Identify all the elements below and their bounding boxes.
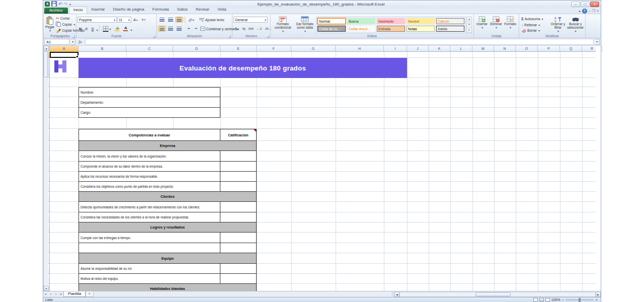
gallery-down-icon[interactable]: ▼ (467, 22, 471, 27)
item-row[interactable]: Detecta oportunidades de crecimiento a p… (78, 202, 220, 212)
horizontal-scroll-thumb[interactable] (475, 292, 511, 296)
font-color-dropdown-icon[interactable] (130, 24, 132, 33)
format-cells-button[interactable]: Formato (503, 15, 517, 33)
item-row[interactable]: Considera los objetivos como punto de pa… (78, 182, 220, 192)
column-header-j[interactable]: J (407, 46, 429, 52)
orientation-button[interactable]: ab (187, 17, 196, 23)
ribbon-tab-inicio[interactable]: Inicio (69, 7, 88, 14)
vertical-scrollbar[interactable]: ▲ ▼ (43, 46, 48, 291)
first-sheet-icon[interactable]: « (43, 291, 48, 297)
item-score-cell[interactable] (220, 172, 257, 182)
item-row[interactable]: Conoce la misión, la visión y los valore… (78, 151, 220, 162)
zoom-level[interactable]: 100% (551, 298, 560, 301)
clear-button[interactable]: Borrar (520, 28, 549, 33)
undo-button[interactable]: ↶ (58, 2, 62, 7)
column-header-q[interactable]: Q (560, 46, 582, 52)
column-header-o[interactable]: O (516, 46, 538, 52)
redo-button[interactable]: ↷ (64, 2, 68, 7)
minimize-button[interactable]: – (571, 2, 580, 7)
conditional-formatting-button[interactable]: Formato condicional (272, 15, 294, 33)
item-score-cell[interactable] (220, 233, 257, 243)
sort-filter-button[interactable]: AZ Ordenar y filtrar (549, 15, 567, 33)
font-family-combo[interactable]: Poppins (77, 17, 117, 23)
cell-style-notas[interactable]: Notas (406, 25, 435, 32)
gallery-up-icon[interactable]: ▲ (467, 17, 471, 22)
ribbon-tab-f-rmulas[interactable]: Fórmulas (148, 7, 173, 14)
section-row-habilidades-blandas[interactable]: Habilidades blandas (78, 284, 257, 291)
cell-style-celda-vincul[interactable]: Celda vincul... (347, 25, 376, 32)
dialog-launcher-icon[interactable] (72, 35, 75, 38)
comma-style-button[interactable]: 000 (247, 26, 255, 32)
normal-view-icon[interactable] (533, 298, 538, 301)
cell-style-buena[interactable]: Buena (347, 18, 376, 25)
dialog-launcher-icon[interactable] (267, 35, 269, 38)
cell-style-entrada[interactable]: Entrada (376, 25, 406, 32)
maximize-button[interactable]: □ (581, 2, 590, 7)
table-header-calificacion[interactable]: Calificación (220, 129, 257, 141)
banner-title[interactable]: Evaluación de desempeño 180 grados (78, 58, 407, 78)
ribbon-tab-revisar[interactable]: Revisar (192, 7, 213, 14)
name-box-dropdown-icon[interactable]: ▾ (70, 39, 75, 45)
zoom-slider-thumb[interactable] (579, 298, 581, 302)
column-header-m[interactable]: M (472, 46, 494, 52)
grow-font-button[interactable]: A▲ (132, 17, 139, 23)
item-score-cell[interactable] (220, 212, 257, 222)
bold-button[interactable]: N (77, 26, 83, 32)
ribbon-tab-vista[interactable]: Vista (213, 7, 230, 14)
zoom-out-icon[interactable]: − (562, 298, 565, 302)
fill-button[interactable]: ↓Rellenar (520, 22, 549, 28)
table-header-competencias[interactable]: Competencias a evaluar (78, 129, 220, 141)
item-row[interactable]: Comprende el alcance de su labor dentro … (78, 162, 220, 172)
item-score-cell[interactable] (220, 182, 257, 192)
paste-button[interactable]: Pegar (45, 16, 54, 34)
last-sheet-icon[interactable]: » (58, 291, 63, 297)
column-header-a[interactable]: A (50, 46, 78, 52)
item-row[interactable]: Asume la responsabilidad de su rol. (78, 264, 220, 274)
column-header-l[interactable]: L (450, 46, 472, 52)
cell-style-normal[interactable]: Normal (317, 18, 346, 25)
insert-worksheet-icon[interactable]: ✳ (86, 291, 94, 297)
page-layout-view-icon[interactable] (539, 298, 544, 301)
previous-sheet-icon[interactable]: ‹ (48, 291, 53, 297)
zoom-in-icon[interactable]: + (595, 298, 598, 302)
column-header-c[interactable]: C (126, 46, 173, 52)
workbook-restore-icon[interactable]: ❒ (592, 8, 595, 14)
column-header-f[interactable]: F (257, 46, 291, 52)
workbook-minimize-icon[interactable]: – (589, 8, 591, 14)
column-header-p[interactable]: P (538, 46, 560, 52)
page-break-view-icon[interactable] (545, 298, 550, 301)
section-row-clientes[interactable]: Clientes (78, 192, 257, 202)
section-row-equipo[interactable]: Equipo (78, 253, 257, 264)
accounting-format-button[interactable]: $ (233, 26, 240, 32)
font-color-button[interactable]: A (122, 26, 129, 32)
expand-formula-bar-icon[interactable]: ▾ (595, 39, 600, 45)
item-score-cell[interactable] (220, 151, 257, 162)
increase-indent-button[interactable]: ⇥ (193, 26, 199, 32)
find-select-button[interactable]: Buscar y seleccionar (567, 15, 584, 33)
insert-cells-button[interactable]: Insertar (475, 15, 489, 33)
insert-function-button[interactable]: fx (76, 39, 84, 44)
scroll-down-icon[interactable]: ▼ (44, 286, 49, 291)
column-header-b[interactable]: B (78, 46, 126, 52)
underline-button[interactable]: S (90, 26, 95, 32)
item-row[interactable] (78, 243, 220, 253)
percent-style-button[interactable]: % (240, 26, 247, 32)
cell-style-salida[interactable]: Salida (436, 25, 465, 32)
formula-input[interactable] (85, 39, 594, 45)
form-field-departamento[interactable]: Departamento: (78, 97, 220, 108)
column-header-r[interactable]: R (582, 46, 602, 52)
grid[interactable]: 1234567891011121314151617181920212223Eva… (43, 52, 596, 291)
item-row[interactable]: Aplica los recursos necesarios de forma … (78, 172, 220, 182)
column-header-h[interactable]: H (336, 46, 384, 52)
name-box[interactable]: A1 (44, 39, 69, 45)
borders-button[interactable] (101, 26, 112, 32)
column-header-g[interactable]: G (291, 46, 336, 52)
dialog-launcher-icon[interactable] (228, 35, 231, 38)
item-row[interactable]: Cumple con las entregas a tiempo. (78, 233, 220, 243)
save-button[interactable] (51, 1, 57, 8)
item-score-cell[interactable] (220, 162, 257, 172)
active-cell-a1[interactable] (50, 52, 78, 58)
form-field-cargo[interactable]: Cargo: (78, 108, 220, 118)
increase-decimal-button[interactable]: ←.0 (255, 26, 263, 32)
cell-style-c-lculo[interactable]: Cálculo (436, 18, 465, 25)
